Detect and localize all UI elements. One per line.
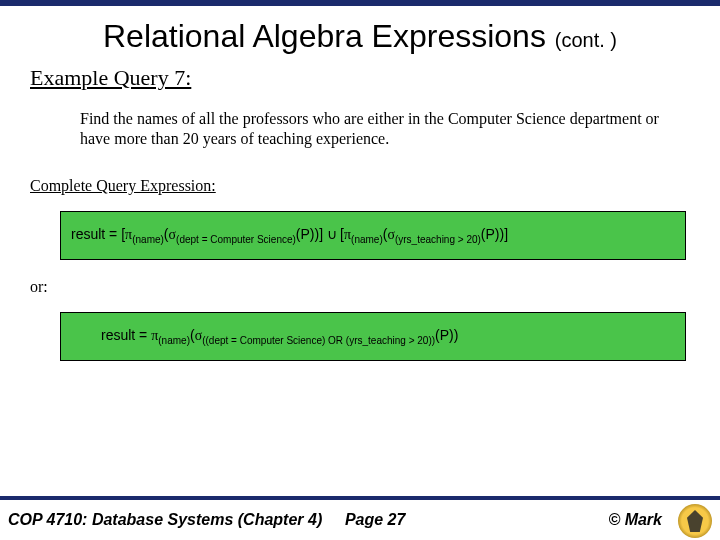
f1-sigma-sub1: (dept = Computer Science): [176, 234, 296, 245]
slide: Relational Algebra Expressions (cont. ) …: [0, 0, 720, 540]
sigma-symbol: σ: [169, 227, 177, 242]
pi-symbol-2: π: [344, 227, 351, 242]
sigma-symbol-2: σ: [387, 227, 395, 242]
f2-pi-sub: (name): [158, 335, 190, 346]
f1-pi-sub2: (name): [351, 234, 383, 245]
or-label: or:: [30, 278, 720, 296]
slide-footer: COP 4710: Database Systems (Chapter 4) P…: [0, 496, 720, 540]
f1-pi-sub1: (name): [132, 234, 164, 245]
f2-sigma-sub: ((dept = Computer Science) OR (yrs_teach…: [202, 335, 435, 346]
formula-box-2: result = π(name)(σ((dept = Computer Scie…: [60, 312, 686, 361]
f1-p2: (P))]: [481, 226, 508, 242]
union-symbol: ∪: [323, 227, 340, 242]
ucf-logo-icon: [678, 504, 712, 538]
f2-prefix: result =: [101, 327, 151, 343]
title-main: Relational Algebra Expressions: [103, 18, 546, 54]
complete-expression-label: Complete Query Expression:: [30, 177, 720, 195]
footer-page: Page 27: [345, 511, 543, 529]
formula-box-1: result = [π(name)(σ(dept = Computer Scie…: [60, 211, 686, 260]
f2-p: (P)): [435, 327, 458, 343]
f1-sigma-sub2: (yrs_teaching > 20): [395, 234, 481, 245]
footer-course: COP 4710: Database Systems (Chapter 4): [8, 511, 345, 529]
query-prompt: Find the names of all the professors who…: [80, 109, 660, 149]
example-label: Example Query 7:: [30, 65, 720, 91]
f1-p1: (P))]: [296, 226, 323, 242]
slide-title: Relational Algebra Expressions (cont. ): [0, 18, 720, 55]
title-cont: (cont. ): [555, 29, 617, 51]
f1-prefix: result = [: [71, 226, 125, 242]
